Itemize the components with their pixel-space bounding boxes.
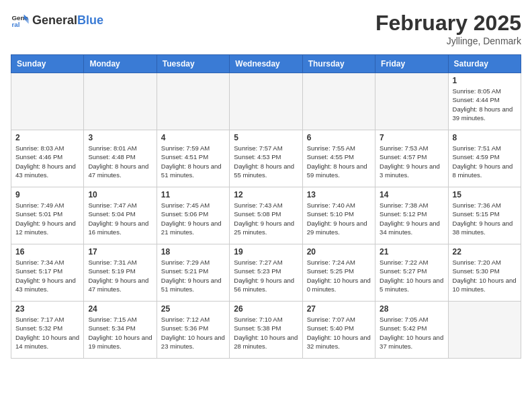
calendar-cell [84,73,157,130]
calendar-cell: 19Sunrise: 7:27 AM Sunset: 5:23 PM Dayli… [230,244,302,302]
day-number: 8 [453,133,517,142]
calendar-cell [230,73,302,130]
weekday-header-row: SundayMondayTuesdayWednesdayThursdayFrid… [11,55,521,73]
weekday-header-saturday: Saturday [448,55,521,73]
calendar-cell: 24Sunrise: 7:15 AM Sunset: 5:34 PM Dayli… [84,302,157,359]
day-info: Sunrise: 7:43 AM Sunset: 5:08 PM Dayligh… [234,201,298,236]
day-info: Sunrise: 7:10 AM Sunset: 5:38 PM Dayligh… [234,315,298,351]
calendar-cell: 2Sunrise: 8:03 AM Sunset: 4:46 PM Daylig… [11,130,84,187]
calendar-cell: 15Sunrise: 7:36 AM Sunset: 5:15 PM Dayli… [448,187,521,244]
day-info: Sunrise: 7:49 AM Sunset: 5:01 PM Dayligh… [15,201,79,236]
day-number: 12 [234,190,298,199]
weekday-header-monday: Monday [84,55,157,73]
day-info: Sunrise: 8:05 AM Sunset: 4:44 PM Dayligh… [453,87,517,122]
day-number: 19 [234,247,298,257]
week-row-2: 2Sunrise: 8:03 AM Sunset: 4:46 PM Daylig… [11,130,521,187]
calendar-cell: 28Sunrise: 7:05 AM Sunset: 5:42 PM Dayli… [375,302,448,359]
calendar-cell [157,73,229,130]
day-info: Sunrise: 7:12 AM Sunset: 5:36 PM Dayligh… [161,315,225,351]
page-header: Gene ral GeneralBlue February 2025 Jylli… [11,11,521,46]
calendar-cell: 20Sunrise: 7:24 AM Sunset: 5:25 PM Dayli… [302,244,375,302]
calendar-cell: 22Sunrise: 7:20 AM Sunset: 5:30 PM Dayli… [448,244,521,302]
day-info: Sunrise: 7:20 AM Sunset: 5:30 PM Dayligh… [453,258,517,293]
calendar-table: SundayMondayTuesdayWednesdayThursdayFrid… [11,54,521,359]
day-number: 11 [161,190,225,199]
day-number: 14 [380,190,443,199]
day-info: Sunrise: 7:34 AM Sunset: 5:17 PM Dayligh… [15,258,79,293]
logo-icon: Gene ral [11,11,30,30]
calendar-cell: 12Sunrise: 7:43 AM Sunset: 5:08 PM Dayli… [230,187,302,244]
day-info: Sunrise: 7:27 AM Sunset: 5:23 PM Dayligh… [234,258,298,293]
calendar-cell [302,73,375,130]
calendar-cell: 6Sunrise: 7:55 AM Sunset: 4:55 PM Daylig… [302,130,375,187]
day-info: Sunrise: 7:36 AM Sunset: 5:15 PM Dayligh… [453,201,517,236]
day-number: 22 [453,247,517,257]
day-info: Sunrise: 7:45 AM Sunset: 5:06 PM Dayligh… [161,201,225,236]
day-info: Sunrise: 7:53 AM Sunset: 4:57 PM Dayligh… [380,144,443,179]
logo-general-text: General [32,13,77,28]
calendar-cell: 27Sunrise: 7:07 AM Sunset: 5:40 PM Dayli… [302,302,375,359]
week-row-1: 1Sunrise: 8:05 AM Sunset: 4:44 PM Daylig… [11,73,521,130]
day-number: 24 [88,304,152,314]
day-info: Sunrise: 7:17 AM Sunset: 5:32 PM Dayligh… [15,315,79,351]
calendar-cell: 9Sunrise: 7:49 AM Sunset: 5:01 PM Daylig… [11,187,84,244]
day-number: 25 [161,304,225,314]
weekday-header-thursday: Thursday [302,55,375,73]
day-info: Sunrise: 7:31 AM Sunset: 5:19 PM Dayligh… [88,258,152,293]
day-info: Sunrise: 7:38 AM Sunset: 5:12 PM Dayligh… [380,201,443,236]
day-info: Sunrise: 7:40 AM Sunset: 5:10 PM Dayligh… [307,201,371,236]
day-number: 18 [161,247,225,257]
day-number: 26 [234,304,298,314]
day-number: 17 [88,247,152,257]
calendar-cell: 1Sunrise: 8:05 AM Sunset: 4:44 PM Daylig… [448,73,521,130]
calendar-cell: 10Sunrise: 7:47 AM Sunset: 5:04 PM Dayli… [84,187,157,244]
day-info: Sunrise: 7:55 AM Sunset: 4:55 PM Dayligh… [307,144,371,179]
day-number: 13 [307,190,371,199]
day-number: 9 [15,190,79,199]
day-info: Sunrise: 7:59 AM Sunset: 4:51 PM Dayligh… [161,144,225,179]
calendar-cell: 4Sunrise: 7:59 AM Sunset: 4:51 PM Daylig… [157,130,229,187]
day-number: 5 [234,133,298,142]
week-row-3: 9Sunrise: 7:49 AM Sunset: 5:01 PM Daylig… [11,187,521,244]
day-info: Sunrise: 7:24 AM Sunset: 5:25 PM Dayligh… [307,258,371,293]
calendar-cell: 3Sunrise: 8:01 AM Sunset: 4:48 PM Daylig… [84,130,157,187]
week-row-4: 16Sunrise: 7:34 AM Sunset: 5:17 PM Dayli… [11,244,521,302]
week-row-5: 23Sunrise: 7:17 AM Sunset: 5:32 PM Dayli… [11,302,521,359]
calendar-cell: 11Sunrise: 7:45 AM Sunset: 5:06 PM Dayli… [157,187,229,244]
logo: Gene ral GeneralBlue [11,11,103,30]
day-info: Sunrise: 7:22 AM Sunset: 5:27 PM Dayligh… [380,258,443,293]
day-number: 16 [15,247,79,257]
calendar-cell [375,73,448,130]
weekday-header-friday: Friday [375,55,448,73]
calendar-cell: 14Sunrise: 7:38 AM Sunset: 5:12 PM Dayli… [375,187,448,244]
day-info: Sunrise: 7:29 AM Sunset: 5:21 PM Dayligh… [161,258,225,293]
day-number: 15 [453,190,517,199]
calendar-cell: 13Sunrise: 7:40 AM Sunset: 5:10 PM Dayli… [302,187,375,244]
day-number: 4 [161,133,225,142]
location: Jyllinge, Denmark [375,36,521,46]
weekday-header-wednesday: Wednesday [230,55,302,73]
calendar-cell: 7Sunrise: 7:53 AM Sunset: 4:57 PM Daylig… [375,130,448,187]
calendar-cell: 8Sunrise: 7:51 AM Sunset: 4:59 PM Daylig… [448,130,521,187]
day-number: 21 [380,247,443,257]
calendar-cell: 16Sunrise: 7:34 AM Sunset: 5:17 PM Dayli… [11,244,84,302]
day-number: 7 [380,133,443,142]
calendar-cell: 17Sunrise: 7:31 AM Sunset: 5:19 PM Dayli… [84,244,157,302]
day-info: Sunrise: 8:03 AM Sunset: 4:46 PM Dayligh… [15,144,79,179]
day-info: Sunrise: 7:15 AM Sunset: 5:34 PM Dayligh… [88,315,152,351]
day-number: 1 [453,76,517,85]
calendar-cell: 26Sunrise: 7:10 AM Sunset: 5:38 PM Dayli… [230,302,302,359]
day-number: 2 [15,133,79,142]
weekday-header-sunday: Sunday [11,55,84,73]
month-title: February 2025 [375,11,521,36]
day-number: 28 [380,304,443,314]
title-block: February 2025 Jyllinge, Denmark [375,11,521,46]
calendar-cell [11,73,84,130]
calendar-cell: 5Sunrise: 7:57 AM Sunset: 4:53 PM Daylig… [230,130,302,187]
day-info: Sunrise: 7:47 AM Sunset: 5:04 PM Dayligh… [88,201,152,236]
calendar-cell: 25Sunrise: 7:12 AM Sunset: 5:36 PM Dayli… [157,302,229,359]
day-info: Sunrise: 7:51 AM Sunset: 4:59 PM Dayligh… [453,144,517,179]
day-number: 6 [307,133,371,142]
calendar-cell: 23Sunrise: 7:17 AM Sunset: 5:32 PM Dayli… [11,302,84,359]
day-info: Sunrise: 7:07 AM Sunset: 5:40 PM Dayligh… [307,315,371,351]
